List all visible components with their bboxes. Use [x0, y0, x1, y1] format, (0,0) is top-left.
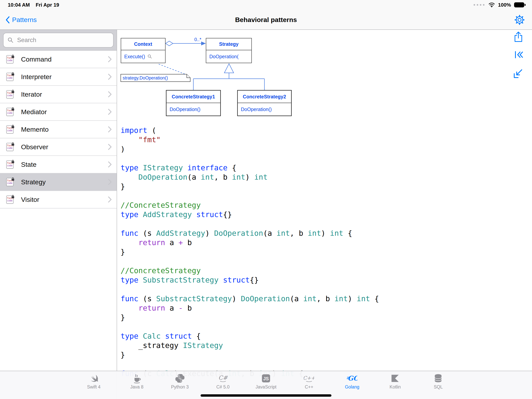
code-line: type SubstractStrategy struct{} [120, 275, 379, 285]
search-input[interactable] [17, 36, 109, 44]
svg-text:code: code [7, 182, 13, 185]
tab-label: Java 8 [130, 384, 144, 390]
code-line: func (s SubstractStrategy) DoOperation(a… [120, 294, 379, 303]
home-indicator[interactable] [201, 394, 331, 397]
battery-icon [514, 2, 524, 7]
code-line: } [120, 313, 379, 322]
uml-class-member: Execute() [124, 54, 145, 59]
collapse-left-icon[interactable] [513, 49, 524, 61]
sidebar-item-label: Interpreter [21, 73, 108, 81]
sidebar-item-mediator[interactable]: func( code Mediator [0, 103, 117, 121]
uml-class-member: DoOperation() [241, 107, 272, 112]
chevron-right-icon [108, 108, 112, 115]
tab-swift[interactable]: Swift 4 [72, 371, 115, 399]
tab-label: Kotlin [390, 384, 401, 390]
sidebar-item-observer[interactable]: func( code Observer [0, 138, 117, 156]
share-icon[interactable] [513, 31, 524, 42]
pattern-file-icon: func( code [6, 107, 15, 116]
sidebar-item-label: Strategy [21, 178, 108, 186]
sidebar-item-interpreter[interactable]: func( code Interpreter [0, 68, 117, 86]
tab-label: Python 3 [171, 384, 189, 390]
svg-text:C++: C++ [304, 375, 314, 381]
svg-text:GO: GO [348, 374, 357, 382]
sidebar-item-label: Observer [21, 143, 108, 151]
code-view: import ( "fmt") type IStrategy interface… [120, 126, 379, 378]
tab-label: JavaScript [255, 384, 276, 390]
uml-diagram: strategy.DoOperation() 0..* Context Exec… [121, 38, 296, 122]
uml-class-concretestrategy1: ConcreteStrategy1 DoOperation() [166, 90, 221, 116]
sidebar-item-strategy[interactable]: func( code Strategy [0, 174, 117, 191]
status-date: Fri Apr 19 [36, 2, 59, 8]
code-line: //ConcreteStrategy [120, 200, 379, 210]
sidebar-item-command[interactable]: func( code Command [0, 51, 117, 68]
uml-class-title: ConcreteStrategy2 [238, 90, 291, 103]
chevron-right-icon [108, 161, 112, 168]
cpp-icon: C++ [304, 373, 314, 384]
pattern-file-icon: func( code [6, 72, 15, 81]
chevron-right-icon [108, 196, 112, 203]
code-line: } [120, 182, 379, 191]
svg-text:JS: JS [263, 376, 269, 381]
back-button[interactable]: Patterns [6, 16, 37, 24]
sidebar-item-label: Mediator [21, 108, 108, 116]
sidebar-item-label: State [21, 161, 108, 168]
top-chrome: 10:04 AM Fri Apr 19 100% Patterns Behavi… [0, 0, 532, 30]
code-line: type Calc struct { [120, 331, 379, 341]
tab-python[interactable]: Python 3 [158, 371, 201, 399]
tab-label: Golang [345, 384, 359, 390]
tab-go[interactable]: GOGolang [331, 371, 374, 399]
nav-bar: Patterns Behavioral patterns [0, 10, 532, 30]
battery-percent: 100% [498, 2, 511, 8]
wifi-icon [488, 2, 495, 7]
sidebar-item-iterator[interactable]: func( code Iterator [0, 86, 117, 103]
svg-text:code: code [7, 164, 13, 167]
status-bar: 10:04 AM Fri Apr 19 100% [0, 0, 532, 10]
tab-label: Swift 4 [87, 384, 101, 390]
collapse-diagonal-icon[interactable] [513, 68, 524, 79]
chevron-right-icon [108, 179, 112, 186]
code-line: } [120, 350, 379, 360]
svg-text:code: code [7, 129, 13, 132]
pattern-file-icon: func( code [6, 142, 15, 152]
pattern-file-icon: func( code [6, 90, 15, 99]
status-time: 10:04 AM [8, 2, 30, 8]
python-icon [175, 373, 185, 384]
go-icon: GO [347, 373, 357, 384]
settings-gear-icon[interactable] [514, 14, 525, 25]
sidebar-item-state[interactable]: func( code State [0, 156, 117, 174]
js-icon: JS [261, 373, 271, 384]
code-line [120, 154, 379, 163]
code-line [120, 257, 379, 266]
code-line: return a + b [120, 238, 379, 247]
code-line [120, 285, 379, 294]
sidebar-item-memento[interactable]: func( code Memento [0, 121, 117, 138]
pattern-file-icon: func( code [6, 195, 15, 204]
uml-class-title: ConcreteStrategy1 [166, 90, 220, 103]
code-line: return a - b [120, 303, 379, 313]
kotlin-icon [390, 373, 400, 384]
uml-class-title: Context [121, 38, 165, 50]
tab-java[interactable]: Java 8 [115, 371, 158, 399]
pattern-file-icon: func( code [6, 55, 15, 64]
uml-multiplicity-label: 0..* [194, 37, 201, 42]
svg-text:code: code [7, 112, 13, 114]
code-line [120, 322, 379, 331]
search-field[interactable] [3, 33, 114, 48]
code-line: type AddStrategy struct{} [120, 210, 379, 219]
zoom-magnifier-icon[interactable] [147, 54, 152, 59]
svg-text:code: code [7, 77, 13, 79]
code-line [120, 360, 379, 369]
tab-label: SQL [434, 384, 443, 390]
tab-sql[interactable]: SQL [417, 371, 460, 399]
sidebar-item-visitor[interactable]: func( code Visitor [0, 191, 117, 208]
uml-class-title: Strategy [206, 38, 251, 50]
csharp-icon: C# [218, 373, 228, 384]
back-label: Patterns [12, 16, 37, 24]
search-strip [0, 30, 117, 51]
sidebar: func( code Command func( code Interprete… [0, 30, 117, 399]
chevron-right-icon [108, 143, 112, 150]
tab-kotlin[interactable]: Kotlin [374, 371, 417, 399]
svg-text:code: code [7, 147, 13, 149]
pattern-file-icon: func( code [6, 160, 15, 169]
svg-text:C#: C# [218, 374, 228, 381]
